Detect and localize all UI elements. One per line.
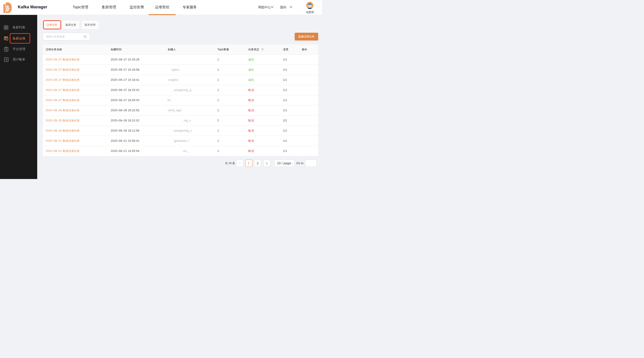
svg-text:$: $ <box>6 39 8 41</box>
